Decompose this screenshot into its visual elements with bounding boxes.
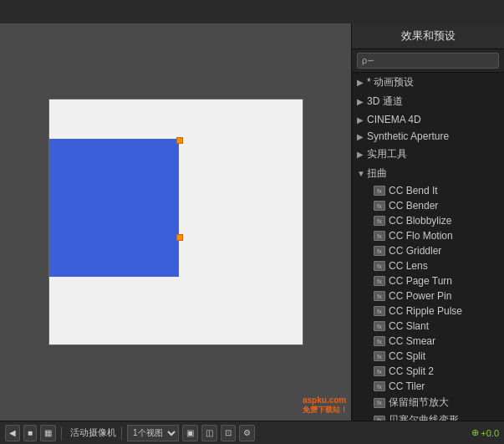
view-select[interactable]: 1个视图	[127, 425, 179, 441]
stop-button[interactable]: ■	[23, 425, 37, 441]
effect-blobbylize[interactable]: fx CC Blobbylize	[352, 213, 504, 228]
effect-flo[interactable]: fx CC Flo Motion	[352, 228, 504, 243]
effect-lens[interactable]: fx CC Lens	[352, 258, 504, 273]
effect-smear[interactable]: fx CC Smear	[352, 334, 504, 349]
watermark-text: 免费下载站！	[303, 406, 348, 414]
effect-icon-blobbylize: fx	[374, 216, 385, 226]
effect-bezier[interactable]: fx 贝塞尔曲线变形	[352, 411, 504, 421]
effect-icon-bender: fx	[374, 201, 385, 211]
effect-preserve-label: 保留细节放大	[389, 396, 449, 410]
effect-icon-flo: fx	[374, 231, 385, 241]
arrow-animation: ▶	[357, 78, 367, 87]
effect-icon-slant: fx	[374, 321, 385, 331]
separator-1	[61, 426, 62, 440]
effect-blobbylize-label: CC Blobbylize	[389, 215, 451, 227]
category-practical[interactable]: ▶ 实用工具	[352, 145, 504, 164]
effect-lens-label: CC Lens	[389, 260, 428, 272]
effect-icon-pageturn: fx	[374, 276, 385, 286]
effect-tiler[interactable]: fx CC Tiler	[352, 379, 504, 394]
category-animation[interactable]: ▶ * 动画预设	[352, 73, 504, 92]
watermark-aspku: aspku	[303, 396, 327, 405]
effect-icon-griddler: fx	[374, 246, 385, 256]
btn-c[interactable]: ⊡	[221, 425, 236, 441]
category-3d-label: 3D 通道	[367, 94, 403, 109]
main-area: aspku.com 免费下载站！ 效果和预设 ρ∽ ▶ * 动画预设 ▶ 3D …	[0, 23, 504, 421]
blue-rectangle	[49, 139, 179, 277]
watermark: aspku.com 免费下载站！	[303, 396, 348, 416]
arrow-synthetic: ▶	[357, 132, 367, 141]
zoom-icon: ⊕	[471, 427, 479, 438]
camera-label: 活动摄像机	[70, 426, 116, 439]
arrow-cinema4d: ▶	[357, 115, 367, 125]
anchor-top-left	[176, 137, 183, 144]
effect-bend[interactable]: fx CC Bend It	[352, 183, 504, 198]
panel-header: 效果和预设	[352, 23, 504, 49]
category-cinema4d[interactable]: ▶ CINEMA 4D	[352, 111, 504, 128]
effect-powerpin-label: CC Power Pin	[389, 290, 451, 302]
separator-2	[121, 426, 122, 440]
category-distort-label: 扭曲	[367, 166, 387, 181]
bottom-bar: ◀ ■ ▦ 活动摄像机 1个视图 ▣ ◫ ⊡ ⚙ ⊕ +0.0	[0, 421, 504, 444]
effect-icon-preserve: fx	[374, 398, 385, 408]
effects-list[interactable]: ▶ * 动画预设 ▶ 3D 通道 ▶ CINEMA 4D ▶ Synthetic…	[352, 73, 504, 421]
effect-icon-split: fx	[374, 351, 385, 361]
effect-icon-split2: fx	[374, 366, 385, 376]
preview-panel: aspku.com 免费下载站！	[0, 23, 351, 421]
effect-ripplepulse-label: CC Ripple Pulse	[389, 305, 462, 317]
search-input-wrapper[interactable]: ρ∽	[357, 53, 499, 69]
effect-bend-label: CC Bend It	[389, 185, 438, 196]
effect-griddler[interactable]: fx CC Griddler	[352, 243, 504, 258]
category-animation-label: * 动画预设	[367, 75, 414, 89]
grid-button[interactable]: ▦	[40, 425, 56, 441]
effect-pageturn-label: CC Page Turn	[389, 275, 452, 287]
watermark-com: .com	[327, 396, 346, 405]
effect-pageturn[interactable]: fx CC Page Turn	[352, 273, 504, 288]
arrow-practical: ▶	[357, 150, 367, 159]
effect-powerpin[interactable]: fx CC Power Pin	[352, 288, 504, 304]
effect-smear-label: CC Smear	[389, 335, 435, 347]
effect-griddler-label: CC Griddler	[389, 245, 441, 257]
category-3d[interactable]: ▶ 3D 通道	[352, 92, 504, 111]
category-synthetic[interactable]: ▶ Synthetic Aperture	[352, 128, 504, 145]
arrow-3d: ▶	[357, 97, 367, 106]
effect-split[interactable]: fx CC Split	[352, 349, 504, 364]
category-practical-label: 实用工具	[367, 147, 407, 161]
effect-icon-smear: fx	[374, 336, 385, 346]
panel-title: 效果和预设	[401, 29, 456, 42]
effect-slant[interactable]: fx CC Slant	[352, 319, 504, 334]
effect-preserve[interactable]: fx 保留细节放大	[352, 394, 504, 411]
effect-ripplepulse[interactable]: fx CC Ripple Pulse	[352, 304, 504, 319]
top-bar	[0, 0, 504, 23]
zoom-display: ⊕ +0.0	[471, 427, 499, 438]
effect-slant-label: CC Slant	[389, 320, 429, 332]
effect-flo-label: CC Flo Motion	[389, 230, 453, 242]
anchor-bottom-right	[176, 234, 183, 241]
arrow-distort: ▼	[357, 169, 367, 178]
category-cinema4d-label: CINEMA 4D	[367, 114, 421, 125]
zoom-value: +0.0	[481, 428, 499, 438]
category-synthetic-label: Synthetic Aperture	[367, 130, 449, 142]
right-panel: 效果和预设 ρ∽ ▶ * 动画预设 ▶ 3D 通道 ▶ CINEMA 4D ▶	[351, 23, 504, 421]
effect-icon-powerpin: fx	[374, 291, 385, 301]
search-bar: ρ∽	[352, 49, 504, 73]
btn-a[interactable]: ▣	[182, 425, 198, 441]
effect-split-label: CC Split	[389, 350, 425, 362]
effect-tiler-label: CC Tiler	[389, 380, 425, 392]
effect-split2[interactable]: fx CC Split 2	[352, 364, 504, 379]
effect-split2-label: CC Split 2	[389, 365, 434, 377]
effect-bezier-label: 贝塞尔曲线变形	[389, 413, 459, 421]
effect-icon-ripplepulse: fx	[374, 306, 385, 316]
search-icon: ρ∽	[362, 55, 374, 66]
preview-canvas	[48, 99, 303, 345]
btn-b[interactable]: ◫	[201, 425, 217, 441]
effect-icon-lens: fx	[374, 261, 385, 271]
play-back-button[interactable]: ◀	[5, 425, 20, 441]
effect-icon-tiler: fx	[374, 381, 385, 391]
category-distort[interactable]: ▼ 扭曲	[352, 164, 504, 183]
effect-bender[interactable]: fx CC Bender	[352, 198, 504, 213]
effect-bender-label: CC Bender	[389, 200, 438, 212]
btn-d[interactable]: ⚙	[239, 425, 255, 441]
effect-icon-bend: fx	[374, 186, 385, 196]
